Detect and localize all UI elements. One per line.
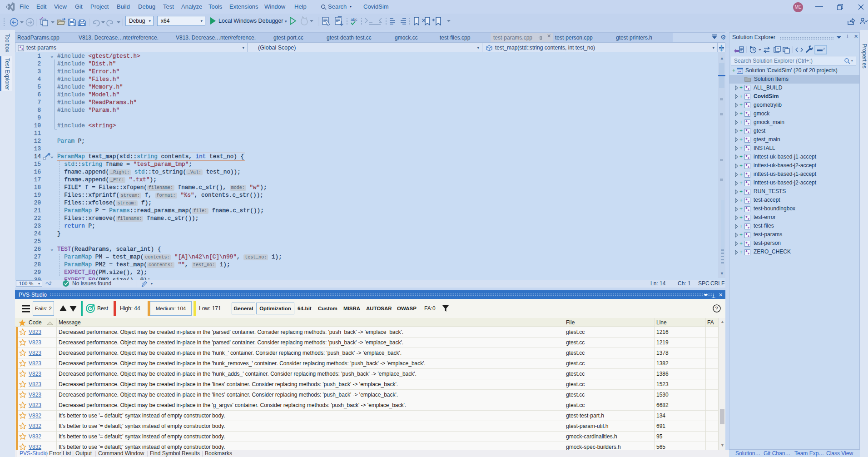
svg-text:abc: abc [351,17,357,22]
svg-text:?: ? [715,306,718,311]
